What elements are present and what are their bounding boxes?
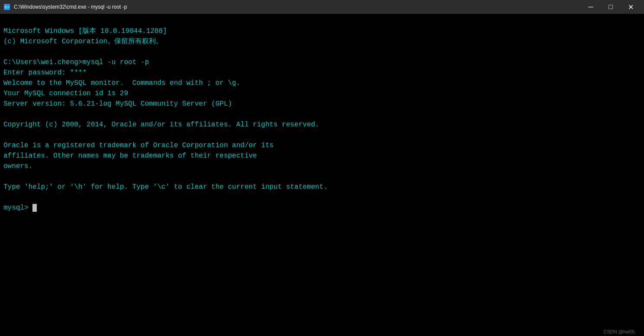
line-10: Copyright (c) 2000, 2014, Oracle and/or … xyxy=(3,121,319,129)
line-4: C:\Users\wei.cheng>mysql -u root -p xyxy=(3,58,149,66)
line-13: affiliates. Other names may be trademark… xyxy=(3,152,257,160)
cmd-icon: C:\ xyxy=(4,4,10,10)
line-14: owners. xyxy=(3,162,32,170)
line-6: Welcome to the MySQL monitor. Commands e… xyxy=(3,79,240,87)
window-title: C:\Windows\system32\cmd.exe - mysql -u r… xyxy=(14,4,581,10)
line-12: Oracle is a registered trademark of Orac… xyxy=(3,142,274,149)
prompt-line: mysql> xyxy=(3,204,37,212)
line-5: Enter password: **** xyxy=(3,69,87,77)
window-controls: ─ □ ✕ xyxy=(581,0,641,14)
terminal-window: C:\ C:\Windows\system32\cmd.exe - mysql … xyxy=(0,0,644,336)
window-icon: C:\ xyxy=(3,3,10,10)
minimize-button[interactable]: ─ xyxy=(581,0,601,14)
line-2: (c) Microsoft Corporation。保留所有权利。 xyxy=(3,38,163,45)
terminal-output: Microsoft Windows [版本 10.0.19044.1288] (… xyxy=(3,16,641,223)
line-16: Type 'help;' or '\h' for help. Type '\c'… xyxy=(3,183,328,191)
maximize-button[interactable]: □ xyxy=(601,0,621,14)
line-8: Server version: 5.6.21-log MySQL Communi… xyxy=(3,100,232,108)
line-7: Your MySQL connection id is 29 xyxy=(3,90,128,97)
cursor xyxy=(32,204,37,212)
close-button[interactable]: ✕ xyxy=(621,0,641,14)
watermark: CSDN @hell矢 xyxy=(603,329,635,335)
title-bar: C:\ C:\Windows\system32\cmd.exe - mysql … xyxy=(0,0,644,14)
line-1: Microsoft Windows [版本 10.0.19044.1288] xyxy=(3,27,167,35)
terminal-body[interactable]: Microsoft Windows [版本 10.0.19044.1288] (… xyxy=(0,14,644,336)
